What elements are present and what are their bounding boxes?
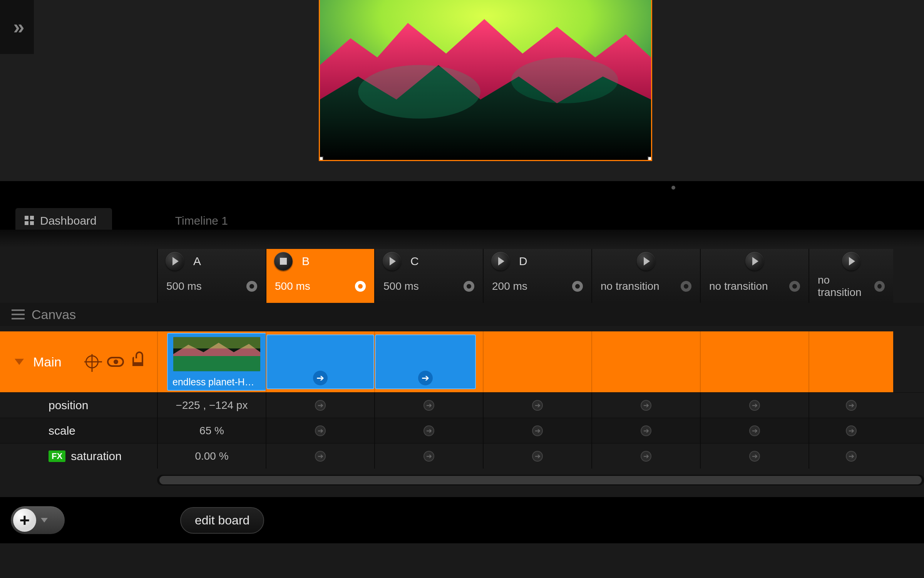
add-keyframe-icon[interactable] bbox=[846, 451, 857, 462]
transition-duration[interactable]: no transition bbox=[601, 280, 660, 292]
transition-duration[interactable]: 500 ms bbox=[275, 280, 310, 292]
add-keyframe-icon[interactable] bbox=[532, 425, 543, 436]
clip-continuation[interactable] bbox=[266, 334, 374, 389]
add-keyframe-icon[interactable] bbox=[846, 400, 857, 411]
add-keyframe-icon[interactable] bbox=[424, 451, 434, 462]
keyframe-cell[interactable] bbox=[266, 393, 374, 418]
add-keyframe-icon[interactable] bbox=[532, 451, 543, 462]
canvas-label: Canvas bbox=[32, 307, 76, 322]
gear-icon[interactable] bbox=[681, 281, 691, 292]
add-keyframe-icon[interactable] bbox=[749, 425, 760, 436]
add-keyframe-icon[interactable] bbox=[641, 400, 651, 411]
gear-icon[interactable] bbox=[874, 281, 885, 292]
keyframe-cell[interactable] bbox=[700, 418, 808, 443]
add-keyframe-icon[interactable] bbox=[641, 425, 651, 436]
keyframe-cell[interactable] bbox=[483, 393, 591, 418]
stop-button[interactable] bbox=[274, 252, 293, 271]
canvas-section-header[interactable]: Canvas bbox=[0, 303, 924, 326]
keyframe-cell[interactable] bbox=[700, 444, 808, 469]
layer-cell-5[interactable] bbox=[591, 331, 700, 392]
add-keyframe-icon[interactable] bbox=[749, 400, 760, 411]
play-icon bbox=[752, 257, 758, 265]
add-keyframe-icon[interactable] bbox=[532, 400, 543, 411]
transition-duration[interactable]: 500 ms bbox=[383, 280, 419, 292]
visibility-icon[interactable] bbox=[107, 357, 124, 367]
add-keyframe-icon[interactable] bbox=[749, 451, 760, 462]
clip-endless-planet[interactable]: endless planet-H… bbox=[167, 333, 266, 391]
add-keyframe-icon[interactable] bbox=[315, 425, 326, 436]
edit-board-button[interactable]: edit board bbox=[180, 507, 264, 534]
add-keyframe-icon[interactable] bbox=[424, 400, 434, 411]
keyframe-cell[interactable] bbox=[266, 444, 374, 469]
resize-handle-bottom-right[interactable] bbox=[648, 156, 652, 161]
clip-thumbnail bbox=[173, 337, 260, 371]
horizontal-scrollbar[interactable] bbox=[157, 475, 924, 486]
layer-label-area[interactable]: Main bbox=[0, 331, 157, 392]
keyframe-cell[interactable] bbox=[591, 393, 700, 418]
play-icon bbox=[390, 257, 396, 265]
keyframe-cell[interactable] bbox=[374, 393, 483, 418]
property-value-cell[interactable]: −225 , −124 px bbox=[157, 393, 266, 418]
column-header-a[interactable]: A 500 ms bbox=[157, 249, 266, 303]
layer-cell-6[interactable] bbox=[700, 331, 808, 392]
play-button[interactable] bbox=[383, 252, 401, 271]
property-value-cell[interactable]: 65 % bbox=[157, 418, 266, 443]
keyframe-cell[interactable] bbox=[483, 444, 591, 469]
add-keyframe-icon[interactable] bbox=[315, 451, 326, 462]
gear-icon[interactable] bbox=[355, 281, 366, 292]
keyframe-cell[interactable] bbox=[808, 393, 893, 418]
keyframe-cell[interactable] bbox=[591, 418, 700, 443]
add-button[interactable]: + bbox=[11, 506, 65, 534]
column-header-6[interactable]: no transition bbox=[700, 249, 808, 303]
preview-image bbox=[320, 0, 651, 160]
lock-icon[interactable] bbox=[132, 357, 143, 366]
add-keyframe-icon[interactable] bbox=[641, 451, 651, 462]
play-button[interactable] bbox=[745, 252, 764, 271]
expand-sidebar-button[interactable]: » bbox=[0, 0, 34, 54]
layer-cell-b[interactable] bbox=[266, 331, 374, 392]
column-header-d[interactable]: D 200 ms bbox=[483, 249, 591, 303]
svg-point-2 bbox=[511, 57, 618, 103]
edit-board-label: edit board bbox=[195, 513, 249, 527]
layer-cell-7[interactable] bbox=[808, 331, 893, 392]
keyframe-cell[interactable] bbox=[700, 393, 808, 418]
add-keyframe-icon[interactable] bbox=[315, 400, 326, 411]
resize-handle-bottom-left[interactable] bbox=[319, 156, 323, 161]
transition-duration[interactable]: 500 ms bbox=[166, 280, 202, 292]
column-header-c[interactable]: C 500 ms bbox=[374, 249, 483, 303]
column-header-b[interactable]: B 500 ms bbox=[266, 249, 374, 303]
layer-cell-a[interactable]: endless planet-H… bbox=[157, 331, 266, 392]
transition-duration[interactable]: no transition bbox=[818, 274, 874, 299]
transition-duration[interactable]: 200 ms bbox=[492, 280, 527, 292]
keyframe-cell[interactable] bbox=[483, 418, 591, 443]
gear-icon[interactable] bbox=[789, 281, 800, 292]
gear-icon[interactable] bbox=[464, 281, 474, 292]
column-header-5[interactable]: no transition bbox=[591, 249, 700, 303]
play-button[interactable] bbox=[491, 252, 510, 271]
keyframe-cell[interactable] bbox=[591, 444, 700, 469]
preview-area: » bbox=[0, 0, 924, 181]
gear-icon[interactable] bbox=[572, 281, 583, 292]
clip-continuation[interactable] bbox=[375, 334, 476, 389]
disclosure-triangle-icon[interactable] bbox=[15, 359, 24, 365]
keyframe-cell[interactable] bbox=[808, 418, 893, 443]
layer-cell-d[interactable] bbox=[483, 331, 591, 392]
preview-frame[interactable] bbox=[319, 0, 652, 161]
play-button[interactable] bbox=[637, 252, 655, 271]
add-keyframe-icon[interactable] bbox=[846, 425, 857, 436]
keyframe-cell[interactable] bbox=[266, 418, 374, 443]
property-rows: position −225 , −124 px scale 65 % FX sa… bbox=[0, 392, 924, 469]
property-value-cell[interactable]: 0.00 % bbox=[157, 444, 266, 469]
keyframe-cell[interactable] bbox=[808, 444, 893, 469]
play-button[interactable] bbox=[842, 252, 860, 271]
target-icon[interactable] bbox=[85, 355, 99, 368]
transition-duration[interactable]: no transition bbox=[709, 280, 768, 292]
keyframe-cell[interactable] bbox=[374, 418, 483, 443]
layer-cell-c[interactable] bbox=[374, 331, 483, 392]
play-button[interactable] bbox=[166, 252, 184, 271]
scrollbar-thumb[interactable] bbox=[159, 476, 922, 484]
column-header-7[interactable]: no transition bbox=[808, 249, 893, 303]
keyframe-cell[interactable] bbox=[374, 444, 483, 469]
add-keyframe-icon[interactable] bbox=[424, 425, 434, 436]
gear-icon[interactable] bbox=[246, 281, 257, 292]
